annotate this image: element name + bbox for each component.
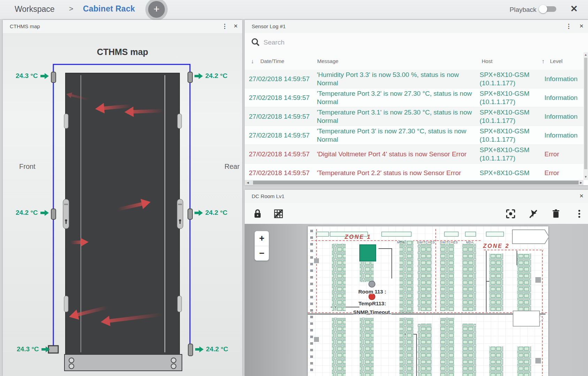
dc-room-toolbar [245, 203, 588, 224]
switches-label: SWITCHES [440, 241, 458, 244]
temp-sensor-mid-right[interactable] [188, 209, 192, 219]
green-arrow-icon [40, 73, 49, 79]
level-badge: Information [544, 70, 583, 88]
alert-room-label: Room 113 : [358, 289, 386, 295]
alert-status-label: SNMP Timeout. [353, 309, 391, 315]
zone2-label: ZONE 2 [483, 243, 510, 249]
kebab-menu-icon[interactable]: ⋮ [566, 23, 572, 30]
dc-room-title: DC Room Lv1 [252, 193, 284, 199]
cthms-panel-header[interactable]: CTHMS map ⋮ ✕ [3, 20, 242, 33]
sort-desc-icon[interactable]: ↓ [251, 58, 254, 65]
temp-sensor-bottom-left[interactable] [48, 346, 58, 353]
dc-room-panel: DC Room Lv1 ✕ [245, 190, 588, 376]
kebab-menu-icon[interactable] [574, 209, 585, 219]
green-arrow-icon [41, 346, 50, 352]
breadcrumb-workspace[interactable]: Workspace [15, 5, 55, 14]
floorplan-svg: ZONE 1 ZONE 2 MDA SWITCHES SWITCHES MDA … [308, 226, 548, 376]
level-badge: Error [544, 164, 583, 180]
temp-label-top-right: 24.2 °C [194, 72, 228, 80]
log-rows: 27/02/2018 14:59:57 'Humidity Port 3.3' … [245, 70, 583, 180]
center-focus-icon[interactable] [505, 209, 516, 219]
door-handle [177, 296, 182, 312]
level-badge: Error [544, 145, 583, 163]
kebab-menu-icon[interactable]: ⋮ [222, 23, 228, 30]
sensor-log-header[interactable]: Sensor Log #1 ⋮ ✕ [245, 20, 588, 33]
temp-sensor-top-right[interactable] [188, 72, 192, 83]
equipment-block [513, 311, 540, 326]
mda-label: MDA [397, 241, 405, 244]
door-handle [64, 114, 68, 128]
grid-off-icon[interactable] [273, 209, 284, 219]
breadcrumb-current-page[interactable]: Cabinet Rack [83, 4, 135, 14]
cthms-panel-title: CTHMS map [10, 23, 40, 29]
close-icon[interactable]: ✕ [579, 23, 584, 29]
close-icon[interactable]: ✕ [579, 193, 584, 199]
add-panel-button[interactable]: + [148, 1, 165, 18]
scroll-down-icon[interactable]: ▼ [584, 175, 587, 179]
log-row[interactable]: 27/02/2018 14:59:57 'Temperature Port 3'… [245, 126, 583, 145]
breadcrumb-separator: > [69, 5, 73, 13]
sensor-log-panel: Sensor Log #1 ⋮ ✕ ↓ Date/Time Message Ho… [245, 20, 588, 185]
vertical-scrollbar[interactable]: ▲ ▼ [583, 52, 588, 180]
temp-label-mid-right: 24.2 °C [194, 209, 228, 217]
temp-label-mid-left: 24.2 °C [16, 209, 49, 217]
door-handle-lock [63, 199, 69, 229]
temp-label-bottom-right: 24.2 °C [195, 345, 228, 353]
search-input[interactable] [263, 37, 438, 48]
zoom-out-button[interactable]: − [255, 246, 269, 261]
playback-toggle[interactable] [540, 6, 556, 12]
column-level[interactable]: Level [550, 58, 563, 64]
search-row [245, 33, 588, 52]
cabinet-rack-diagram [3, 33, 242, 376]
floorplan-map[interactable]: ZONE 1 ZONE 2 MDA SWITCHES SWITCHES MDA … [308, 226, 548, 376]
log-row[interactable]: 27/02/2018 14:59:57 'Humidity Port 3.3' … [245, 70, 583, 88]
temp-sensor-top-left[interactable] [51, 72, 56, 83]
scroll-up-icon[interactable]: ▲ [584, 53, 587, 56]
door-handle [64, 296, 68, 312]
top-bar: Workspace > Cabinet Rack + Playback ✕ [0, 0, 588, 19]
temp-label-bottom-left: 24.3 °C [17, 345, 50, 353]
close-icon[interactable]: ✕ [234, 23, 238, 29]
green-arrow-icon [194, 73, 203, 79]
temp-label-top-left: 24.3 °C [16, 72, 49, 80]
log-row[interactable]: 27/02/2018 14:59:57 'Temperature Port 3.… [245, 107, 583, 126]
sensor-node[interactable] [369, 281, 375, 287]
dc-room-map-area[interactable]: + − [245, 224, 588, 376]
pointer-off-icon[interactable] [528, 209, 539, 219]
cthms-map-panel: CTHMS map ⋮ ✕ CTHMS map Front Rear [3, 20, 242, 376]
cabinet-base [64, 354, 182, 371]
scroll-right-icon[interactable]: ► [579, 181, 583, 185]
trash-icon[interactable] [551, 209, 561, 219]
column-message[interactable]: Message [317, 58, 338, 64]
temp-sensor-mid-left[interactable] [51, 209, 56, 219]
cthms-map-canvas[interactable]: CTHMS map Front Rear [3, 33, 242, 376]
zoom-in-button[interactable]: + [255, 231, 269, 246]
base-bolt [171, 358, 176, 363]
column-host[interactable]: Host [482, 58, 492, 64]
log-row[interactable]: 27/02/2018 14:59:57 'Temperature Port 3.… [245, 88, 583, 107]
door-handle [177, 114, 182, 128]
dc-room-header[interactable]: DC Room Lv1 ✕ [245, 190, 588, 203]
scroll-left-icon[interactable]: ◄ [246, 181, 250, 185]
level-badge: Information [544, 88, 583, 107]
base-bolt [69, 364, 74, 369]
toggle-knob [539, 5, 547, 13]
level-badge: Information [544, 107, 583, 126]
log-row[interactable]: 27/02/2018 14:59:57 'Digital Voltmeter P… [245, 145, 583, 164]
scrollbar-thumb[interactable] [584, 58, 587, 169]
lock-icon[interactable] [252, 209, 263, 219]
temp-sensor-bottom-right[interactable] [188, 344, 193, 356]
horizontal-scrollbar[interactable]: ◄ ► [245, 180, 583, 185]
switches-label: SWITCHES [417, 241, 435, 244]
sort-asc-icon[interactable]: ↑ [542, 58, 545, 65]
map-zoom-control: + − [254, 231, 269, 261]
alert-sensor-label: TempR113: [359, 300, 386, 306]
column-datetime[interactable]: Date/Time [260, 58, 284, 64]
selected-rack[interactable] [360, 245, 376, 261]
close-workspace-icon[interactable]: ✕ [570, 3, 578, 14]
door-arrow-shape [512, 230, 548, 244]
log-row[interactable]: 27/02/2018 14:59:57 'Temperature Port 2.… [245, 164, 583, 180]
door-handle-lock [177, 199, 183, 229]
scrollbar-thumb[interactable] [253, 181, 579, 185]
sensor-log-title: Sensor Log #1 [252, 23, 286, 29]
